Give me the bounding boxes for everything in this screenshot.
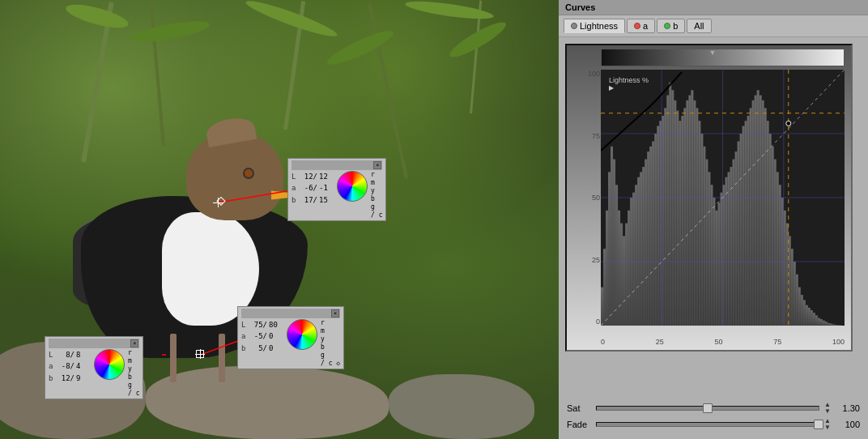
svg-rect-41 (691, 90, 693, 326)
opt-r-2[interactable]: r (321, 319, 340, 326)
popup-options-1: r m y b g / c (371, 171, 382, 219)
popup-close-3[interactable]: × (130, 339, 138, 347)
lab-L-v1: 12/ (300, 171, 317, 182)
gradient-marker: ▼ (709, 49, 717, 57)
popup-row-a-3: a -8/ 4 (49, 360, 91, 372)
fade-slider-arrows[interactable]: ▲ ▼ (824, 418, 831, 431)
svg-rect-31 (666, 96, 669, 326)
svg-rect-74 (772, 147, 774, 326)
opt-g-2[interactable]: g (321, 352, 340, 359)
tab-lightness[interactable]: Lightness (564, 19, 625, 33)
lab-a-v1-3: -8/ (57, 360, 74, 372)
popup-row-L: L 12/ 12 (291, 171, 334, 182)
svg-rect-96 (825, 322, 828, 326)
svg-rect-94 (820, 319, 823, 326)
svg-rect-59 (735, 151, 738, 326)
opt-r-3[interactable]: r (128, 349, 139, 356)
opt-y-3[interactable]: y (128, 365, 139, 373)
svg-rect-26 (654, 134, 657, 326)
svg-rect-7 (608, 172, 611, 326)
popup-row-b-2: b 5/ 0 (241, 343, 283, 354)
svg-rect-23 (647, 151, 649, 326)
bird-leg-right (219, 334, 225, 382)
opt-g[interactable]: g (371, 203, 382, 211)
lab-b-v1: 17/ (300, 194, 317, 206)
svg-rect-92 (815, 315, 818, 326)
graph-y-label: Lightness % ▶ (609, 76, 649, 92)
svg-rect-36 (679, 121, 681, 326)
fade-label: Fade (567, 420, 591, 429)
opt-g-3[interactable]: g (128, 381, 139, 389)
curves-graph[interactable]: ▼ (565, 44, 853, 352)
tab-b[interactable]: b (657, 19, 685, 33)
sat-slider-thumb[interactable] (703, 403, 713, 413)
opt-b-3[interactable]: b (128, 373, 139, 381)
lab-b-v1-3: 12/ (57, 373, 74, 384)
bird-eye (243, 168, 254, 179)
opt-m[interactable]: m (371, 179, 382, 186)
tab-a[interactable]: a (627, 19, 655, 33)
svg-rect-39 (686, 100, 688, 326)
svg-rect-42 (693, 100, 696, 326)
bird-leg-left (170, 334, 177, 382)
svg-rect-93 (818, 318, 820, 326)
opt-c-3[interactable]: / c (128, 390, 139, 397)
svg-rect-95 (823, 321, 825, 326)
tab-all[interactable]: All (687, 19, 711, 33)
color-wheel-2 (287, 319, 317, 350)
svg-rect-83 (794, 262, 796, 326)
svg-rect-101 (837, 325, 840, 326)
opt-c-2[interactable]: / c ◇ (321, 360, 340, 367)
opt-y[interactable]: y (371, 187, 382, 194)
x-0: 0 (601, 338, 605, 346)
svg-point-113 (786, 121, 791, 126)
opt-r[interactable]: r (371, 171, 382, 178)
opt-m-3[interactable]: m (128, 357, 139, 364)
opt-b[interactable]: b (371, 195, 382, 202)
tab-b-label: b (673, 21, 678, 31)
sat-arrow-down[interactable]: ▼ (824, 408, 831, 415)
a-dot (634, 23, 640, 29)
fade-slider-track[interactable] (596, 422, 819, 427)
sat-slider-arrows[interactable]: ▲ ▼ (824, 402, 831, 415)
sat-slider-track[interactable] (596, 406, 819, 411)
lab-b-label-3: b (49, 373, 55, 384)
svg-rect-89 (808, 308, 811, 326)
svg-rect-38 (683, 108, 686, 326)
svg-rect-58 (733, 160, 735, 326)
y-75: 75 (592, 132, 600, 140)
svg-rect-43 (696, 108, 698, 326)
color-sample-marker-2 (195, 349, 205, 359)
sat-value: 1.30 (836, 403, 860, 413)
y-25: 25 (592, 256, 600, 264)
svg-rect-11 (618, 211, 620, 326)
opt-b-2[interactable]: b (321, 343, 340, 351)
opt-c[interactable]: / c (371, 211, 382, 219)
y-axis: 100 75 50 25 0 (569, 70, 600, 326)
popup-close-2[interactable]: × (331, 309, 339, 318)
svg-rect-45 (700, 134, 703, 326)
svg-rect-34 (674, 100, 676, 326)
svg-rect-63 (745, 121, 747, 326)
opt-y-2[interactable]: y (321, 335, 340, 343)
lab-L-v2-3: 8 (76, 349, 91, 360)
color-info-popup-3[interactable]: × L 8/ 8 a -8/ 4 b 12 (45, 336, 143, 399)
svg-rect-90 (811, 310, 813, 326)
svg-rect-6 (606, 211, 608, 326)
opt-m-2[interactable]: m (321, 327, 340, 335)
svg-rect-100 (835, 325, 837, 326)
svg-rect-33 (671, 90, 674, 326)
popup-close-1[interactable]: × (373, 161, 381, 169)
graph-plot-area[interactable] (601, 70, 845, 326)
svg-rect-4 (601, 288, 603, 326)
y-label-text: Lightness % (609, 76, 649, 84)
lab-b-v1-2: 5/ (249, 343, 267, 354)
fade-arrow-down[interactable]: ▼ (824, 424, 831, 431)
color-info-popup-1[interactable]: × L 12/ 12 a -6/ -1 b 1 (287, 158, 386, 221)
color-info-popup-2[interactable]: × L 75/ 80 a -5/ 0 b 5 (237, 306, 344, 369)
popup-row-a: a -6/ -1 (291, 182, 334, 194)
y-label-arrow: ▶ (609, 84, 649, 92)
lab-a-label-3: a (49, 360, 55, 372)
fade-slider-thumb[interactable] (814, 420, 823, 429)
lab-b-v2-2: 0 (269, 343, 283, 354)
